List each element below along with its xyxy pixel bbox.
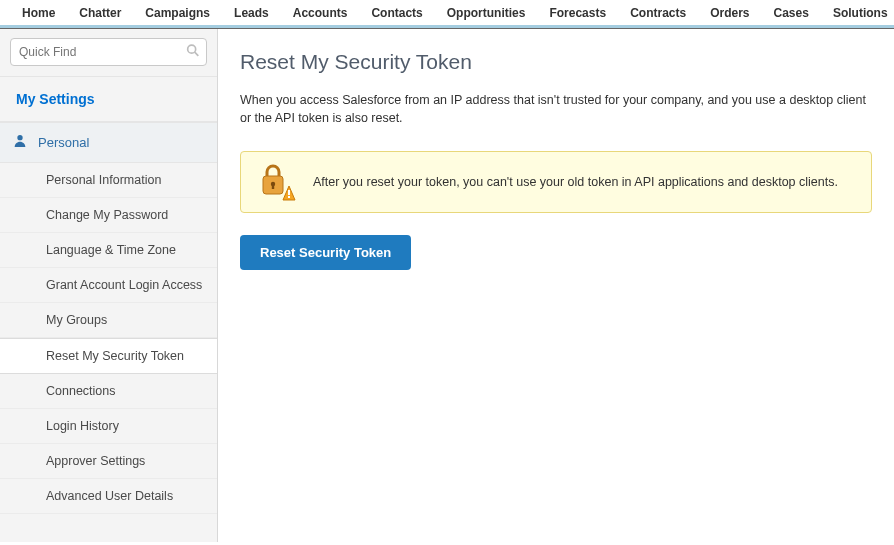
nav-tab-home[interactable]: Home [10, 0, 67, 27]
top-nav: Home Chatter Campaigns Leads Accounts Co… [0, 0, 894, 28]
nav-tab-accounts[interactable]: Accounts [281, 0, 360, 27]
sidebar-subitems: Personal Information Change My Password … [0, 163, 217, 514]
sidebar-item-advanced-user-details[interactable]: Advanced User Details [0, 479, 217, 514]
quick-find-input[interactable] [10, 38, 207, 66]
svg-rect-5 [272, 185, 274, 189]
nav-tab-orders[interactable]: Orders [698, 0, 761, 27]
nav-tab-cases[interactable]: Cases [762, 0, 821, 27]
sidebar-item-change-my-password[interactable]: Change My Password [0, 198, 217, 233]
sidebar-item-grant-account-login-access[interactable]: Grant Account Login Access [0, 268, 217, 303]
sidebar-group-personal[interactable]: Personal [0, 122, 217, 163]
sidebar-item-login-history[interactable]: Login History [0, 409, 217, 444]
sidebar-item-reset-my-security-token[interactable]: Reset My Security Token [0, 338, 217, 374]
nav-tab-leads[interactable]: Leads [222, 0, 281, 27]
svg-point-2 [17, 135, 22, 140]
nav-tab-solutions[interactable]: Solutions [821, 0, 894, 27]
svg-rect-6 [288, 190, 290, 195]
svg-rect-7 [288, 196, 290, 198]
quick-find-search [10, 38, 207, 66]
sidebar-item-language-time-zone[interactable]: Language & Time Zone [0, 233, 217, 268]
page-description: When you access Salesforce from an IP ad… [240, 92, 872, 127]
nav-tab-chatter[interactable]: Chatter [67, 0, 133, 27]
nav-tab-campaigns[interactable]: Campaigns [133, 0, 222, 27]
warning-message: After you reset your token, you can't us… [313, 175, 838, 189]
reset-security-token-button[interactable]: Reset Security Token [240, 235, 411, 270]
main-content: Reset My Security Token When you access … [218, 28, 894, 542]
nav-tab-opportunities[interactable]: Opportunities [435, 0, 538, 27]
sidebar-item-personal-information[interactable]: Personal Information [0, 163, 217, 198]
sidebar-group-label: Personal [38, 135, 89, 150]
nav-tab-forecasts[interactable]: Forecasts [537, 0, 618, 27]
sidebar-item-my-groups[interactable]: My Groups [0, 303, 217, 338]
sidebar-item-connections[interactable]: Connections [0, 374, 217, 409]
lock-warning-icon [257, 162, 301, 202]
page-title: Reset My Security Token [240, 50, 872, 74]
nav-tab-contracts[interactable]: Contracts [618, 0, 698, 27]
person-icon [12, 133, 28, 152]
nav-tab-contacts[interactable]: Contacts [359, 0, 434, 27]
sidebar: My Settings Personal Personal Informatio… [0, 28, 218, 542]
sidebar-item-approver-settings[interactable]: Approver Settings [0, 444, 217, 479]
warning-banner: After you reset your token, you can't us… [240, 151, 872, 213]
sidebar-heading-my-settings[interactable]: My Settings [0, 76, 217, 122]
